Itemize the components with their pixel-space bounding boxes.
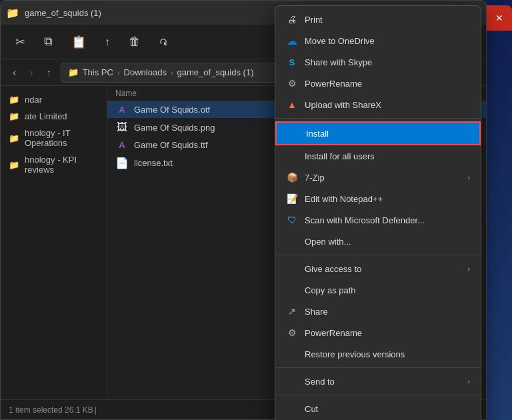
context-menu-label-access: Give access to xyxy=(305,264,461,274)
share-ctx-icon: ↗ xyxy=(286,305,298,317)
sendto-icon xyxy=(286,375,298,387)
sidebar-item-hnology1[interactable]: 📁 hnology - IT Operations xyxy=(1,125,107,151)
context-menu-label-install: Install xyxy=(306,129,469,139)
paste-icon: 📋 xyxy=(71,35,86,49)
restore-icon xyxy=(286,348,298,360)
context-menu-label-7zip: 7-Zip xyxy=(305,173,461,183)
powerrename1-icon: ⚙ xyxy=(286,77,298,89)
status-text: 1 item selected 26.1 KB xyxy=(9,405,93,415)
context-menu-label-install-all: Install for all users xyxy=(305,151,470,161)
print-icon: 🖨 xyxy=(286,13,298,25)
sidebar-folder-icon-4: 📁 xyxy=(9,160,19,170)
context-menu-label-cut: Cut xyxy=(305,404,470,414)
rename-toolbar-button[interactable]: ↻ xyxy=(153,33,175,51)
sidebar-item-label-3: hnology - IT Operations xyxy=(25,128,99,148)
copy-toolbar-button[interactable]: ⧉ xyxy=(37,32,59,51)
context-menu-label-onedrive: Move to OneDrive xyxy=(305,36,470,46)
sidebar-item-label-2: ate Limited xyxy=(25,111,67,121)
breadcrumb-thispc-label[interactable]: This PC xyxy=(83,67,113,77)
sidebar-item-ate[interactable]: 📁 ate Limited xyxy=(1,108,107,125)
cut-icon: ✂ xyxy=(15,35,25,49)
sidebar-folder-icon-3: 📁 xyxy=(9,133,19,143)
context-menu-label-restore: Restore previous versions xyxy=(305,349,470,359)
breadcrumb-thispc[interactable]: 📁 xyxy=(68,67,79,77)
paste-button[interactable]: 📋 xyxy=(65,32,93,52)
context-menu-item-notepad[interactable]: 📝 Edit with Notepad++ xyxy=(275,188,481,209)
context-menu-item-onedrive[interactable]: ☁ Move to OneDrive xyxy=(275,30,481,51)
breadcrumb-downloads[interactable]: Downloads xyxy=(124,67,167,77)
context-menu-label-sharex: Upload with ShareX xyxy=(305,100,470,110)
breadcrumb-sep1: › xyxy=(117,69,120,77)
sidebar-folder-icon: 📁 xyxy=(9,95,19,105)
sidebar-item-ndar[interactable]: 📁 ndar xyxy=(1,91,107,108)
share-toolbar-button[interactable]: ↑ xyxy=(98,33,117,51)
file-icon-ttf: A xyxy=(115,140,129,150)
context-menu-label-powerrename2: PowerRename xyxy=(305,328,470,338)
context-menu-label-skype: Share with Skype xyxy=(305,57,470,67)
copy-icon: ⧉ xyxy=(44,35,53,49)
context-menu-item-sendto[interactable]: Send to › xyxy=(275,371,481,392)
up-button[interactable]: ↑ xyxy=(43,66,55,79)
context-menu-label-defender: Scan with Microsoft Defender... xyxy=(305,215,470,225)
context-menu-item-sharex[interactable]: ▲ Upload with ShareX xyxy=(275,94,481,115)
context-menu-label-notepad: Edit with Notepad++ xyxy=(305,194,470,204)
arrow-icon-access: › xyxy=(467,265,470,273)
context-menu-label-share: Share xyxy=(305,307,470,317)
context-menu-item-7zip[interactable]: 📦 7-Zip › xyxy=(275,167,481,188)
sidebar-item-hnology2[interactable]: 📁 hnology - KPI reviews xyxy=(1,151,107,178)
context-menu-item-restore[interactable]: Restore previous versions xyxy=(275,343,481,365)
back-button[interactable]: ‹ xyxy=(9,65,20,80)
zip-icon: 📦 xyxy=(286,171,298,183)
sidebar-item-label-4: hnology - KPI reviews xyxy=(25,155,99,175)
rename-icon: ↻ xyxy=(159,35,168,48)
separator-1 xyxy=(275,118,481,119)
openwith-icon xyxy=(286,235,298,247)
status-cursor: | xyxy=(95,405,97,415)
context-menu-item-cut[interactable]: Cut xyxy=(275,398,481,419)
cut-button[interactable]: ✂ xyxy=(9,32,32,52)
separator-2 xyxy=(275,255,481,255)
context-menu-label-powerrename1: PowerRename xyxy=(305,79,470,89)
share-icon: ↑ xyxy=(105,36,110,48)
context-menu-item-powerrename1[interactable]: ⚙ PowerRename xyxy=(275,73,481,94)
separator-3 xyxy=(275,367,481,368)
copypath-icon xyxy=(286,284,298,296)
arrow-icon-sendto: › xyxy=(467,377,470,385)
context-menu-item-print[interactable]: 🖨 Print xyxy=(275,9,481,30)
sharex-icon: ▲ xyxy=(286,99,298,111)
context-menu-label-print: Print xyxy=(305,15,470,25)
separator-4 xyxy=(275,395,481,395)
context-menu-item-skype[interactable]: S Share with Skype xyxy=(275,51,481,73)
context-menu-item-share[interactable]: ↗ Share xyxy=(275,301,481,322)
context-menu-item-copypath[interactable]: Copy as path xyxy=(275,279,481,301)
breadcrumb-folder[interactable]: game_of_squids (1) xyxy=(177,67,254,77)
sidebar: 📁 ndar 📁 ate Limited 📁 hnology - IT Oper… xyxy=(1,86,107,401)
window-title: game_of_squids (1) xyxy=(25,8,101,18)
install-all-icon xyxy=(286,150,298,162)
context-menu-label-sendto: Send to xyxy=(305,377,461,387)
delete-icon: 🗑 xyxy=(129,35,141,49)
context-menu-item-install-all[interactable]: Install for all users xyxy=(275,145,481,167)
delete-toolbar-button[interactable]: 🗑 xyxy=(122,32,147,51)
arrow-icon-7zip: › xyxy=(467,173,470,181)
file-icon-png: 🖼 xyxy=(115,121,129,133)
context-menu-item-defender[interactable]: 🛡 Scan with Microsoft Defender... xyxy=(275,209,481,231)
file-icon-txt: 📄 xyxy=(115,157,129,169)
sidebar-folder-icon-2: 📁 xyxy=(9,111,19,121)
context-menu-item-access[interactable]: Give access to › xyxy=(275,258,481,279)
file-icon-otf: A xyxy=(115,105,129,115)
context-menu-label-copypath: Copy as path xyxy=(305,285,470,295)
context-menu-item-install[interactable]: Install xyxy=(275,121,481,145)
context-menu-label-openwith: Open with... xyxy=(305,237,470,247)
skype-icon: S xyxy=(286,56,298,68)
breadcrumb-sep2: › xyxy=(171,69,173,77)
defender-icon: 🛡 xyxy=(286,214,298,226)
forward-button[interactable]: › xyxy=(25,65,37,80)
notepad-icon: 📝 xyxy=(286,193,298,205)
access-icon xyxy=(286,263,298,275)
context-menu-item-openwith[interactable]: Open with... xyxy=(275,231,481,252)
onedrive-icon: ☁ xyxy=(286,35,298,47)
context-menu: 🖨 Print ☁ Move to OneDrive S Share with … xyxy=(275,5,481,420)
context-menu-item-powerrename2[interactable]: ⚙ PowerRename xyxy=(275,322,481,343)
window-x-close[interactable]: ✕ xyxy=(487,5,512,31)
